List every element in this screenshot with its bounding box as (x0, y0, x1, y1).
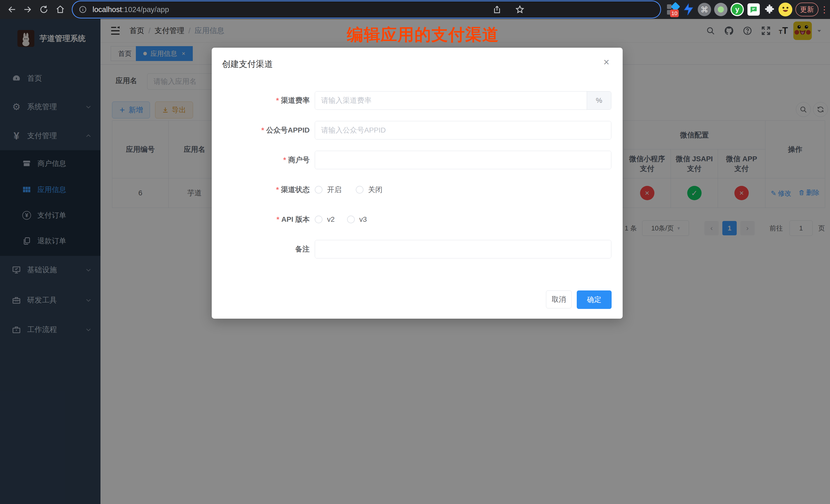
form-row-remark: 备注 (212, 240, 622, 258)
extension-dot-icon[interactable] (713, 2, 729, 17)
radio-label: 关闭 (368, 185, 382, 195)
radio-label: v3 (359, 215, 367, 224)
browser-menu-icon[interactable]: ⋮ (819, 0, 829, 19)
address-bar[interactable]: localhost:1024/pay/app (72, 1, 660, 18)
remark-input-wrap (315, 240, 611, 258)
browser-back-icon[interactable] (6, 0, 19, 19)
extension-badge: 10 (670, 9, 679, 17)
confirm-button[interactable]: 确定 (577, 290, 612, 309)
extension-kite-icon[interactable] (681, 2, 696, 17)
form-row-merchant: *商户号 (212, 151, 622, 169)
required-icon: * (276, 96, 279, 104)
radio-icon (356, 186, 363, 194)
extension-command-icon[interactable]: ⌘ (697, 2, 712, 17)
annotation-title: 编辑应用的支付渠道 (300, 24, 546, 46)
extension-chat-icon[interactable] (746, 2, 761, 17)
dialog-close-icon[interactable]: × (603, 57, 609, 67)
api-radio-group: v2 v3 (315, 215, 367, 224)
status-closed-radio[interactable]: 关闭 (356, 185, 382, 195)
rate-input[interactable] (315, 92, 587, 109)
status-radio-group: 开启 关闭 (315, 185, 382, 195)
browser-forward-icon[interactable] (21, 0, 34, 19)
remark-label: 备注 (295, 244, 310, 254)
form-row-api: *API 版本 v2 v3 (212, 210, 622, 229)
radio-label: 开启 (327, 185, 342, 195)
url-text: localhost:1024/pay/app (93, 5, 169, 14)
create-channel-dialog: 创建支付渠道 × *渠道费率 % *公众号APPID *商户号 *渠道状态 (212, 48, 622, 319)
merchant-input[interactable] (315, 151, 611, 169)
form-row-appid: *公众号APPID (212, 121, 622, 139)
bookmark-star-icon[interactable] (515, 5, 524, 14)
radio-icon (315, 216, 322, 223)
api-v3-radio[interactable]: v3 (347, 215, 367, 224)
required-icon: * (277, 215, 279, 223)
rate-label: *渠道费率 (276, 96, 310, 105)
appid-label: *公众号APPID (261, 125, 310, 135)
extension-y-icon[interactable]: y (730, 2, 745, 17)
form-row-status: *渠道状态 开启 关闭 (212, 181, 622, 199)
extensions-puzzle-icon[interactable] (762, 2, 777, 17)
cancel-button[interactable]: 取消 (546, 290, 572, 308)
browser-home-icon[interactable] (54, 0, 67, 19)
form-row-rate: *渠道费率 % (212, 91, 622, 110)
required-icon: * (261, 126, 264, 134)
status-label: *渠道状态 (276, 185, 310, 195)
radio-icon (347, 216, 355, 223)
profile-avatar-icon[interactable] (778, 2, 793, 17)
extension-tiles-icon[interactable]: 10 (665, 2, 681, 17)
required-icon: * (283, 156, 286, 164)
site-info-icon[interactable] (79, 5, 87, 13)
radio-label: v2 (327, 215, 335, 224)
api-label: *API 版本 (277, 215, 310, 224)
browser-toolbar: localhost:1024/pay/app 10 ⌘ y (0, 0, 830, 19)
browser-reload-icon[interactable] (37, 0, 50, 19)
status-open-radio[interactable]: 开启 (315, 185, 342, 195)
appid-input-wrap (315, 121, 611, 139)
required-icon: * (276, 186, 279, 194)
api-v2-radio[interactable]: v2 (315, 215, 335, 224)
share-icon[interactable] (493, 5, 501, 14)
dialog-title: 创建支付渠道 (222, 58, 273, 70)
rate-suffix: % (587, 92, 611, 109)
merchant-label: *商户号 (283, 155, 310, 165)
remark-input[interactable] (315, 240, 611, 258)
browser-update-button[interactable]: 更新 (795, 3, 819, 17)
radio-icon (315, 186, 322, 194)
rate-input-wrap: % (315, 91, 611, 110)
merchant-input-wrap (315, 151, 611, 169)
appid-input[interactable] (315, 121, 611, 139)
